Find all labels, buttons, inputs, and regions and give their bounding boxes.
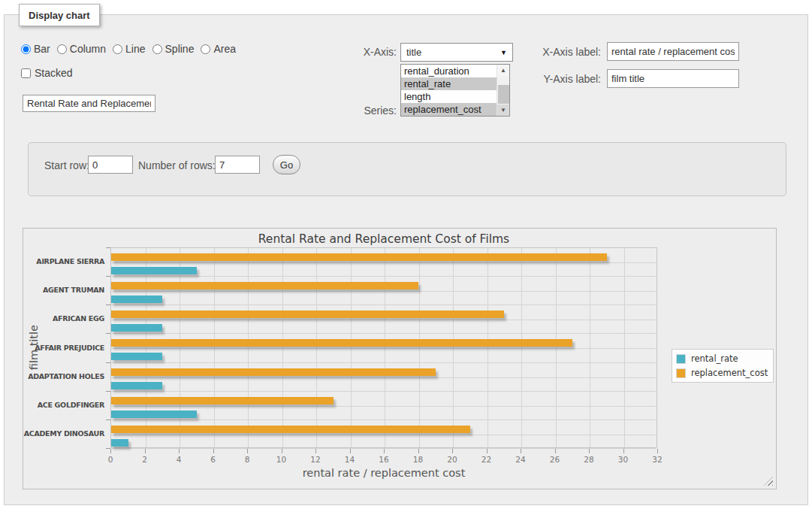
x-axis-select[interactable]: title ▼ xyxy=(400,43,513,62)
chart-legend: rental_ratereplacement_cost xyxy=(672,349,774,383)
category-label: ADAPTATION HOLES xyxy=(23,372,104,380)
dropdown-arrow-icon: ▼ xyxy=(500,49,507,56)
x-axis-tick-label: 4 xyxy=(168,455,190,464)
legend-label: rental_rate xyxy=(691,353,738,364)
x-axis-tick-label: 12 xyxy=(304,455,327,464)
x-axis-tick-label: 0 xyxy=(99,455,122,464)
category-row xyxy=(111,363,657,392)
plot-area xyxy=(110,247,657,448)
legend-label: replacement_cost xyxy=(691,368,768,378)
legend-swatch xyxy=(676,354,686,364)
chart-type-radio-bar[interactable] xyxy=(21,44,31,54)
chart-type-option-line[interactable]: Line xyxy=(113,43,145,55)
x-axis-tick xyxy=(247,449,248,453)
x-axis-tick xyxy=(521,449,521,453)
gridline xyxy=(111,406,657,407)
x-axis-tick xyxy=(657,449,658,453)
app-window: Display chart BarColumnLineSplineArea St… xyxy=(0,0,812,512)
x-axis-tick-label: 2 xyxy=(134,455,156,464)
category-row xyxy=(111,277,657,305)
gridline xyxy=(111,435,657,435)
scroll-up-icon[interactable]: ▲ xyxy=(497,65,509,76)
chart-type-label: Area xyxy=(213,43,236,55)
gridline xyxy=(111,320,657,320)
chart-type-radio-line[interactable] xyxy=(113,44,122,54)
chart-type-radio-area[interactable] xyxy=(201,44,210,54)
y-axis-label-caption: Y-Axis label: xyxy=(527,73,601,85)
scroll-down-icon[interactable]: ▼ xyxy=(497,105,509,116)
category-row xyxy=(111,305,657,334)
x-axis-tick-label: 32 xyxy=(646,455,669,464)
fieldset-legend-title: Display chart xyxy=(19,4,100,26)
category-label: ACADEMY DINOSAUR xyxy=(23,429,104,438)
series-options: rental_durationrental_ratelengthreplacem… xyxy=(401,65,497,116)
bar-replacement-cost xyxy=(111,368,436,376)
bar-rental-rate xyxy=(111,295,162,303)
x-axis-tick-label: 30 xyxy=(612,455,635,464)
x-axis-tick xyxy=(487,449,488,453)
series-option-rental_rate[interactable]: rental_rate xyxy=(401,77,497,90)
bar-replacement-cost xyxy=(111,282,418,289)
x-axis-tick xyxy=(145,449,146,453)
x-axis-label-input[interactable] xyxy=(607,42,739,61)
x-axis-tick xyxy=(384,449,385,453)
bar-rental-rate xyxy=(111,353,162,360)
legend-swatch xyxy=(676,368,686,378)
chart-title-input[interactable] xyxy=(23,95,155,112)
category-row xyxy=(111,248,657,277)
x-axis-tick-label: 16 xyxy=(373,455,395,464)
gridline xyxy=(111,348,657,349)
chart-type-option-area[interactable]: Area xyxy=(201,43,236,55)
series-scrollbar[interactable]: ▲ ▼ xyxy=(497,65,509,116)
y-axis-tick xyxy=(106,362,110,363)
series-caption: Series: xyxy=(342,105,397,117)
x-axis-tick xyxy=(213,449,214,453)
category-row xyxy=(111,420,657,449)
bar-replacement-cost xyxy=(111,311,504,318)
series-listbox[interactable]: rental_durationrental_ratelengthreplacem… xyxy=(400,64,510,117)
x-axis-tick xyxy=(623,449,624,453)
x-axis-tick xyxy=(110,449,111,453)
x-axis-tick xyxy=(179,449,180,453)
num-rows-caption: Number of rows: xyxy=(138,159,216,171)
chart-container: Rental Rate and Replacement Cost of Film… xyxy=(23,228,777,489)
category-label: AIRPLANE SIERRA xyxy=(23,257,104,265)
stacked-label: Stacked xyxy=(35,67,73,79)
series-option-length[interactable]: length xyxy=(401,90,497,103)
bar-replacement-cost xyxy=(111,397,334,404)
y-axis-label-input[interactable] xyxy=(607,69,739,88)
stacked-checkbox-row[interactable]: Stacked xyxy=(21,67,73,79)
x-axis-tick-label: 24 xyxy=(509,455,532,464)
scrollbar-thumb[interactable] xyxy=(498,85,509,104)
resize-grip-icon[interactable] xyxy=(764,477,773,486)
x-axis-tick xyxy=(315,449,316,453)
start-row-input[interactable] xyxy=(88,156,133,174)
series-option-replacement_cost[interactable]: replacement_cost xyxy=(401,103,497,116)
chart-type-option-bar[interactable]: Bar xyxy=(21,43,50,55)
y-axis-tick xyxy=(106,247,110,248)
gridline xyxy=(111,262,657,263)
bar-rental-rate xyxy=(111,324,162,332)
x-axis-tick xyxy=(589,449,590,453)
x-axis-tick xyxy=(452,449,453,453)
category-row xyxy=(111,392,657,420)
series-option-rental_duration[interactable]: rental_duration xyxy=(401,65,497,77)
bar-rental-rate xyxy=(111,439,128,447)
chart-type-radios: BarColumnLineSplineArea xyxy=(21,43,236,55)
chart-type-radio-spline[interactable] xyxy=(152,44,162,54)
category-label: AGENT TRUMAN xyxy=(23,286,104,294)
chart-type-option-column[interactable]: Column xyxy=(57,43,106,55)
chart-type-option-spline[interactable]: Spline xyxy=(152,43,195,55)
y-axis-tick xyxy=(106,304,110,305)
chart-title: Rental Rate and Replacement Cost of Film… xyxy=(110,232,657,246)
chart-type-label: Line xyxy=(125,43,145,55)
go-button[interactable]: Go xyxy=(273,155,300,174)
stacked-checkbox[interactable] xyxy=(21,68,31,78)
x-axis-label-caption: X-Axis label: xyxy=(527,46,601,58)
num-rows-input[interactable] xyxy=(215,156,260,174)
bar-replacement-cost xyxy=(111,339,572,347)
y-axis-tick xyxy=(106,420,110,420)
chart-type-radio-column[interactable] xyxy=(57,44,67,54)
y-axis-tick xyxy=(106,333,110,334)
x-axis-tick-label: 10 xyxy=(270,455,293,464)
